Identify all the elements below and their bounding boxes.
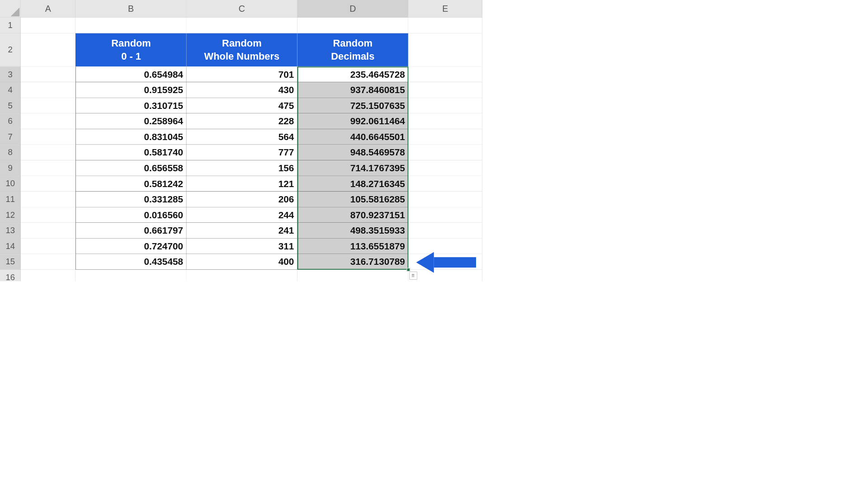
cell-C1[interactable] [186,18,297,33]
cell-E11[interactable] [408,192,482,207]
cell-E5[interactable] [408,98,482,114]
cell-D4[interactable]: 937.8460815 [297,82,408,98]
cell-C16[interactable] [186,270,297,281]
cell-E10[interactable] [408,176,482,192]
row-header-15[interactable]: 15 [0,254,21,270]
cell-E7[interactable] [408,129,482,145]
cell-B14[interactable]: 0.724700 [75,239,186,254]
cell-C4[interactable]: 430 [186,82,297,98]
cell-A16[interactable] [21,270,75,281]
cell-B6[interactable]: 0.258964 [75,113,186,129]
row-header-10[interactable]: 10 [0,176,21,192]
col-header-C[interactable]: C [186,0,297,18]
cell-A11[interactable] [21,192,75,207]
cell-D3[interactable]: 235.4645728 [297,66,408,82]
row-header-14[interactable]: 14 [0,239,21,254]
row-header-9[interactable]: 9 [0,160,21,176]
row-header-6[interactable]: 6 [0,113,21,129]
cell-D1[interactable] [297,18,408,33]
row-header-13[interactable]: 13 [0,223,21,239]
row-header-5[interactable]: 5 [0,98,21,114]
cell-B11[interactable]: 0.331285 [75,192,186,207]
cell-B7[interactable]: 0.831045 [75,129,186,145]
cell-E4[interactable] [408,82,482,98]
cell-D11[interactable]: 105.5816285 [297,192,408,207]
row-header-11[interactable]: 11 [0,192,21,207]
cell-C11[interactable]: 206 [186,192,297,207]
cell-C13[interactable]: 241 [186,223,297,239]
cell-D5[interactable]: 725.1507635 [297,98,408,114]
cell-B9[interactable]: 0.656558 [75,160,186,176]
cell-B10[interactable]: 0.581242 [75,176,186,192]
cell-D6[interactable]: 992.0611464 [297,113,408,129]
cell-A6[interactable] [21,113,75,129]
cell-D14[interactable]: 113.6551879 [297,239,408,254]
header-random-decimals[interactable]: Random Decimals [297,33,408,67]
cell-C6[interactable]: 228 [186,113,297,129]
row-header-16[interactable]: 16 [0,270,21,281]
cell-B3[interactable]: 0.654984 [75,66,186,82]
cell-C7[interactable]: 564 [186,129,297,145]
cell-B5[interactable]: 0.310715 [75,98,186,114]
cell-D7[interactable]: 440.6645501 [297,129,408,145]
cell-B16[interactable] [75,270,186,281]
cell-A8[interactable] [21,145,75,160]
header-random-whole[interactable]: Random Whole Numbers [186,33,297,67]
cell-C8[interactable]: 777 [186,145,297,160]
cell-D15[interactable]: 316.7130789 [297,254,408,270]
cell-A14[interactable] [21,239,75,254]
cell-C5[interactable]: 475 [186,98,297,114]
cell-C14[interactable]: 311 [186,239,297,254]
cell-B4[interactable]: 0.915925 [75,82,186,98]
cell-E12[interactable] [408,207,482,223]
col-header-E[interactable]: E [408,0,482,18]
cell-C12[interactable]: 244 [186,207,297,223]
cell-A10[interactable] [21,176,75,192]
autofill-options-button[interactable]: ⠿ [410,272,417,279]
col-header-D[interactable]: D [297,0,408,18]
row-header-3[interactable]: 3 [0,66,21,82]
cell-E9[interactable] [408,160,482,176]
cell-A15[interactable] [21,254,75,270]
header-random-0-1[interactable]: Random 0 - 1 [75,33,186,67]
cell-E1[interactable] [408,18,482,33]
cell-D12[interactable]: 870.9237151 [297,207,408,223]
col-header-A[interactable]: A [21,0,75,18]
cell-B15[interactable]: 0.435458 [75,254,186,270]
cell-C10[interactable]: 121 [186,176,297,192]
cell-A13[interactable] [21,223,75,239]
cell-B1[interactable] [75,18,186,33]
row-header-12[interactable]: 12 [0,207,21,223]
row-header-7[interactable]: 7 [0,129,21,145]
cell-A3[interactable] [21,66,75,82]
cell-D8[interactable]: 948.5469578 [297,145,408,160]
cell-E2[interactable] [408,33,482,67]
cell-B12[interactable]: 0.016560 [75,207,186,223]
cell-A1[interactable] [21,18,75,33]
select-all-corner[interactable] [0,0,21,18]
row-header-2[interactable]: 2 [0,33,21,67]
cell-D10[interactable]: 148.2716345 [297,176,408,192]
cell-B13[interactable]: 0.661797 [75,223,186,239]
cell-E3[interactable] [408,66,482,82]
cell-C3[interactable]: 701 [186,66,297,82]
fill-handle[interactable] [406,268,410,272]
row-header-8[interactable]: 8 [0,145,21,160]
col-header-B[interactable]: B [75,0,186,18]
cell-A7[interactable] [21,129,75,145]
cell-D13[interactable]: 498.3515933 [297,223,408,239]
cell-A5[interactable] [21,98,75,114]
cell-E6[interactable] [408,113,482,129]
cell-A2[interactable] [21,33,75,67]
row-header-1[interactable]: 1 [0,18,21,33]
cell-A9[interactable] [21,160,75,176]
cell-D16[interactable] [297,270,408,281]
cell-B8[interactable]: 0.581740 [75,145,186,160]
cell-C9[interactable]: 156 [186,160,297,176]
cell-E13[interactable] [408,223,482,239]
cell-A12[interactable] [21,207,75,223]
cell-E8[interactable] [408,145,482,160]
cell-D9[interactable]: 714.1767395 [297,160,408,176]
row-header-4[interactable]: 4 [0,82,21,98]
cell-C15[interactable]: 400 [186,254,297,270]
